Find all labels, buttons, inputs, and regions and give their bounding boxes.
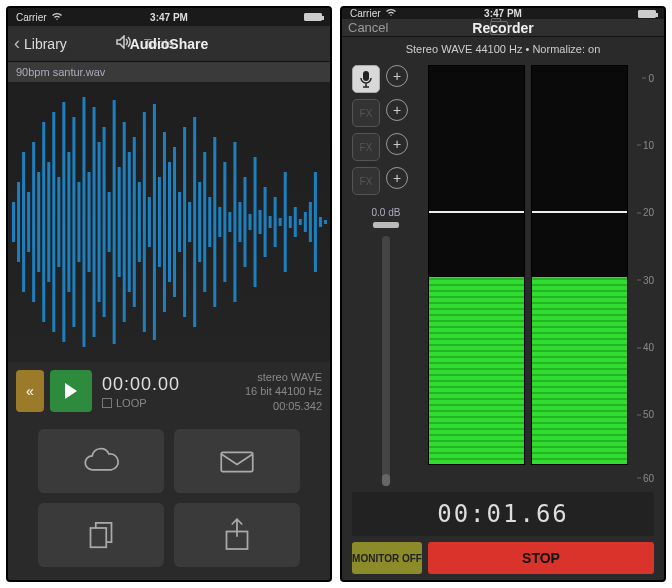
mic-source-button[interactable]	[352, 65, 380, 93]
svg-rect-9	[57, 177, 60, 267]
nav-bar: ‹ Library AudioShare Tools	[8, 26, 330, 62]
copy-icon	[80, 514, 122, 556]
svg-rect-44	[233, 142, 236, 302]
tick-0: 0	[648, 72, 654, 83]
svg-rect-35	[188, 202, 191, 242]
status-time: 3:47 PM	[150, 12, 188, 23]
loop-toggle[interactable]: LOOP	[102, 396, 180, 410]
svg-rect-11	[67, 152, 70, 292]
svg-rect-31	[168, 162, 171, 282]
file-duration: 00:05.342	[245, 399, 322, 413]
fx-slot-3[interactable]: FX	[352, 167, 380, 195]
svg-rect-25	[138, 182, 141, 262]
play-button[interactable]	[50, 370, 92, 412]
svg-rect-27	[148, 197, 151, 247]
svg-rect-29	[158, 177, 161, 267]
add-source-1[interactable]: +	[386, 65, 408, 87]
svg-rect-6	[42, 122, 45, 322]
copy-button[interactable]	[38, 503, 164, 567]
mail-icon	[216, 440, 258, 482]
fx-slot-1[interactable]: FX	[352, 99, 380, 127]
svg-rect-38	[203, 152, 206, 292]
svg-rect-19	[108, 192, 111, 252]
tick-50: 50	[643, 409, 654, 420]
cloud-icon	[80, 440, 122, 482]
svg-rect-3	[27, 192, 30, 252]
time-info: 00:00.00 LOOP	[102, 373, 180, 411]
status-time: 3:47 PM	[484, 8, 522, 19]
svg-rect-26	[143, 112, 146, 332]
folder-icon[interactable]	[490, 21, 508, 35]
tick-10: 10	[643, 139, 654, 150]
svg-rect-2	[22, 152, 25, 292]
share-button[interactable]	[174, 503, 300, 567]
svg-rect-28	[153, 104, 156, 340]
svg-rect-40	[213, 137, 216, 307]
status-bar: Carrier 3:47 PM	[342, 8, 664, 19]
svg-rect-57	[299, 219, 302, 225]
meter-left	[428, 65, 525, 465]
svg-rect-32	[173, 147, 176, 297]
monitor-button[interactable]: MONITOR OFF	[352, 542, 422, 574]
format-line2: 16 bit 44100 Hz	[245, 384, 322, 398]
svg-rect-0	[12, 202, 15, 242]
file-name-bar[interactable]: 90bpm santur.wav	[8, 62, 330, 82]
back-button[interactable]: ‹ Library	[14, 33, 94, 54]
cancel-button[interactable]: Cancel	[348, 20, 388, 35]
share-icon	[216, 514, 258, 556]
svg-rect-49	[259, 210, 262, 234]
svg-rect-39	[208, 197, 211, 247]
add-fx-3[interactable]: +	[386, 167, 408, 189]
svg-rect-48	[254, 157, 257, 287]
tick-40: 40	[643, 342, 654, 353]
meter-bar	[429, 277, 524, 464]
battery-icon	[304, 13, 322, 21]
svg-rect-18	[103, 127, 106, 317]
mail-button[interactable]	[174, 429, 300, 493]
input-column: + FX + FX + FX + 0.0 dB	[352, 65, 420, 486]
stop-button[interactable]: STOP	[428, 542, 654, 574]
waveform-view[interactable]	[8, 82, 330, 362]
svg-rect-52	[274, 197, 277, 247]
back-label: Library	[24, 36, 67, 52]
tick-60: 60	[643, 472, 654, 483]
add-fx-2[interactable]: +	[386, 133, 408, 155]
record-time: 00:01.66	[352, 492, 654, 536]
fx-slot-2[interactable]: FX	[352, 133, 380, 161]
svg-rect-8	[52, 112, 55, 332]
nav-title: AudioShare	[130, 36, 209, 52]
recorder-footer: 00:01.66 MONITOR OFF STOP	[342, 492, 664, 580]
wifi-icon	[385, 8, 397, 19]
svg-rect-36	[193, 117, 196, 327]
loop-label: LOOP	[116, 396, 147, 410]
svg-rect-4	[32, 142, 35, 302]
svg-rect-54	[284, 172, 287, 272]
svg-rect-50	[264, 187, 267, 257]
svg-rect-45	[238, 202, 241, 242]
db-scale: 0 10 20 30 40 50 60	[630, 65, 654, 486]
svg-rect-37	[198, 182, 201, 262]
svg-rect-58	[304, 212, 307, 232]
nav-bar: Cancel Recorder	[342, 19, 664, 37]
svg-rect-33	[178, 192, 181, 252]
add-fx-1[interactable]: +	[386, 99, 408, 121]
svg-rect-41	[218, 207, 221, 237]
recording-format-info: Stereo WAVE 44100 Hz • Normalize: on	[342, 37, 664, 61]
svg-rect-46	[243, 177, 246, 267]
cloud-button[interactable]	[38, 429, 164, 493]
gain-slider[interactable]	[382, 236, 390, 486]
svg-rect-15	[87, 172, 90, 272]
recorder-screen: Carrier 3:47 PM Cancel Recorder Stereo W…	[340, 6, 666, 582]
collapse-button[interactable]: «	[16, 370, 44, 412]
svg-rect-17	[98, 142, 101, 302]
svg-rect-7	[47, 162, 50, 282]
svg-rect-63	[221, 452, 253, 471]
battery-icon	[638, 10, 656, 18]
svg-rect-1	[17, 182, 20, 262]
svg-rect-24	[133, 137, 136, 307]
svg-rect-66	[363, 71, 369, 81]
audioshare-screen: Carrier 3:47 PM ‹ Library AudioShare Too…	[6, 6, 332, 582]
tick-30: 30	[643, 274, 654, 285]
waveform-icon	[8, 82, 330, 362]
svg-rect-56	[294, 207, 297, 237]
